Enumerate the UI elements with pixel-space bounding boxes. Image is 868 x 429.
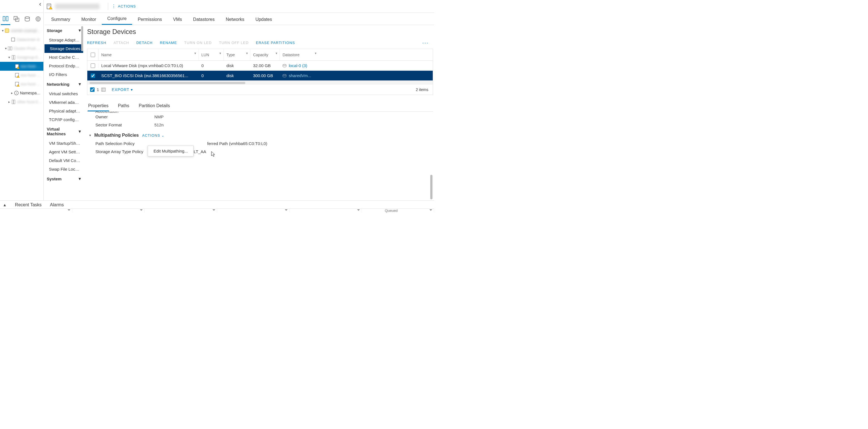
tree-datacenter-row[interactable]: Datacenter-A [0,35,43,44]
cell-datastore: local-0 (3) [280,63,319,68]
tab-properties[interactable]: Properties [88,101,109,111]
tab-permissions[interactable]: Permissions [132,14,167,25]
bottom-col[interactable] [72,209,145,212]
columns-icon[interactable] [101,88,106,92]
expand-icon[interactable]: ▾ [7,55,11,59]
scrollbar-thumb[interactable] [81,26,83,51]
cfg-virtual-switches[interactable]: Virtual switches [44,89,83,98]
svg-rect-9 [10,47,12,50]
table-hscrollbar[interactable] [87,81,433,85]
expand-icon[interactable]: ▾ [1,29,4,33]
bottom-col[interactable] [145,209,217,212]
tree-cluster-row[interactable]: ▾ Cluster-Prod-01... [0,44,43,53]
row-checkbox[interactable] [91,63,95,68]
datastore-link[interactable]: local-0 (3) [289,63,307,68]
table-row[interactable]: Local VMware Disk (mpx.vmhba0:C0:T0:L0) … [87,61,433,71]
cfg-section-storage[interactable]: Storage ▾ [44,25,83,36]
cfg-section-networking[interactable]: Networking ▾ [44,79,83,89]
tree-host-row[interactable]: esx-host-02.local [0,71,43,80]
refresh-button[interactable]: REFRESH [87,41,106,45]
storage-tab[interactable] [23,13,32,25]
cfg-host-cache[interactable]: Host Cache Configuration [44,53,83,61]
tab-partition-details[interactable]: Partition Details [138,101,170,111]
toolbar-more-icon[interactable]: ··· [422,39,429,46]
sector-value: 512n [154,122,163,127]
tab-monitor[interactable]: Monitor [76,14,101,25]
tab-networks[interactable]: Networks [220,14,250,25]
select-all-cell[interactable] [87,49,98,60]
expand-bottom-icon[interactable]: ▲ [3,203,7,207]
tree-vcenter-row[interactable]: ▾ vcenter.example.local [0,26,43,35]
tree-host-row[interactable]: ▸ other-host-04... [0,97,43,106]
select-all-checkbox[interactable] [91,53,95,57]
filter-icon[interactable]: ▼ [314,52,317,55]
row-checkbox[interactable] [91,74,95,78]
tab-configure[interactable]: Configure [102,13,132,25]
expand-icon[interactable]: ▾ [4,47,7,50]
detach-button[interactable]: DETACH [136,41,152,45]
cfg-default-compat[interactable]: Default VM Compatibility [44,156,83,165]
storage-toolbar: REFRESH ATTACH DETACH RENAME TURN ON LED… [87,39,433,46]
cfg-storage-devices[interactable]: Storage Devices [44,44,83,53]
svg-rect-7 [11,38,15,41]
chevron-down-icon: ▾ [79,176,81,181]
chevron-down-icon[interactable]: ▾ [89,133,91,137]
col-datastore[interactable]: Datastore ▼ [280,49,319,60]
erase-button[interactable]: ERASE PARTITIONS [256,41,295,45]
col-name[interactable]: Name ▼ [98,49,198,60]
filter-icon[interactable]: ▼ [246,52,248,55]
networking-tab[interactable] [33,13,43,25]
tab-vms[interactable]: VMs [167,14,187,25]
multipathing-actions-button[interactable]: ACTIONS ⌄ [142,133,165,138]
cfg-physical-adapters[interactable]: Physical adapters [44,107,83,115]
tab-summary[interactable]: Summary [45,14,76,25]
scrollbar-thumb[interactable] [90,82,245,84]
col-lun[interactable]: LUN ▼ [198,49,224,60]
hosts-clusters-tab[interactable] [1,13,10,25]
cfg-storage-adapters[interactable]: Storage Adapters [44,36,83,44]
rename-button[interactable]: RENAME [160,41,177,45]
selected-count: 1 [97,87,99,92]
cfg-protocol-endpoints[interactable]: Protocol Endpoints [44,61,83,70]
host-name [55,4,99,9]
bottom-col[interactable] [289,209,362,212]
cfg-tcpip[interactable]: TCP/IP configuration [44,115,83,124]
cfg-io-filters[interactable]: I/O Filters [44,70,83,79]
configure-sidebar: Storage ▾ Storage Adapters Storage Devic… [44,25,83,200]
tree-host-row-selected[interactable]: esx-host-01.local [0,62,43,71]
filter-icon[interactable]: ▼ [194,52,197,55]
cfg-section-vm[interactable]: Virtual Machines ▾ [44,124,83,139]
bottom-col[interactable]: Queued [362,209,434,212]
datastore-link[interactable]: sharedVm... [289,73,311,78]
tab-datastores[interactable]: Datastores [187,14,220,25]
alarms-tab[interactable]: Alarms [50,202,64,207]
cfg-vmkernel-adapters[interactable]: VMkernel adapters [44,98,83,107]
expand-icon[interactable]: ▸ [7,100,11,104]
tab-paths[interactable]: Paths [117,101,130,111]
scrollbar-thumb[interactable] [430,175,432,199]
cfg-agent-vm[interactable]: Agent VM Settings [44,147,83,156]
tree-host-row[interactable]: esx-host-03.local [0,80,43,88]
export-button[interactable]: EXPORT ▾ [112,87,133,92]
edit-multipathing-item[interactable]: Edit Multipathing... [154,149,188,153]
col-capacity[interactable]: Capacity ▼ [250,49,280,60]
bottom-col[interactable] [217,209,289,212]
collapse-nav-icon[interactable]: ‹ [39,1,41,8]
network-icon [35,16,41,22]
recent-tasks-tab[interactable]: Recent Tasks [15,202,42,207]
tree-namespaces-row[interactable]: ▸ Namespaces [0,88,43,97]
filter-icon[interactable]: ▼ [219,52,222,55]
tab-updates[interactable]: Updates [250,14,278,25]
actions-menu-button[interactable]: ⋮ ACTIONS [112,4,136,9]
footer-checkbox[interactable] [90,87,95,92]
cfg-section-system[interactable]: System ▾ [44,173,83,184]
cfg-vm-startup[interactable]: VM Startup/Shutdown [44,139,83,147]
col-type[interactable]: Type ▼ [224,49,250,60]
filter-icon[interactable]: ▼ [275,52,278,55]
expand-icon[interactable]: ▸ [10,91,14,95]
cfg-swap-file[interactable]: Swap File Location [44,165,83,173]
vms-templates-tab[interactable] [12,13,21,25]
table-row-selected[interactable]: SCST_BIO iSCSI Disk (eui.38616630356561.… [87,71,433,81]
tree-host-group-row[interactable]: ▾ hostgroup-01... [0,53,43,62]
bottom-col[interactable] [0,209,72,212]
